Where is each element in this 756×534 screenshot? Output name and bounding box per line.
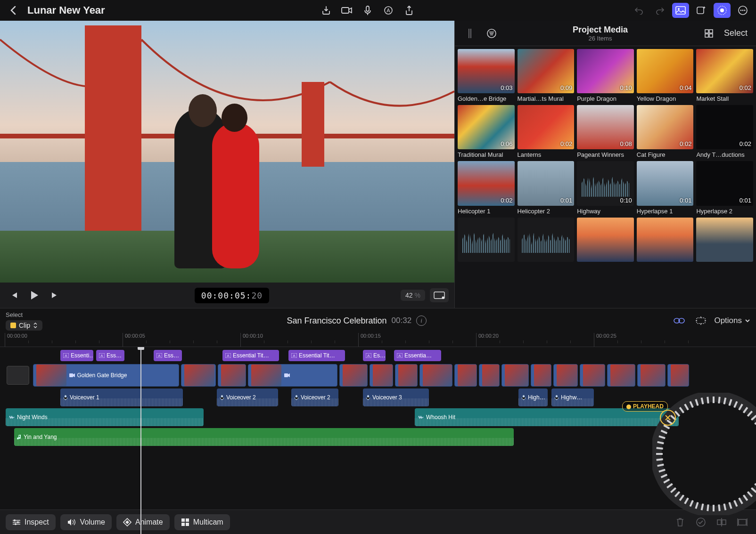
- sidebar-toggle-button[interactable]: [461, 26, 478, 41]
- media-clip[interactable]: 0:02Market Stall: [696, 49, 753, 102]
- media-clip[interactable]: [696, 218, 753, 264]
- animate-button[interactable]: Animate: [116, 514, 170, 530]
- animate-label: Animate: [135, 518, 163, 526]
- timeline-clip[interactable]: Voiceover 2: [291, 388, 338, 406]
- multicam-button[interactable]: Multicam: [174, 514, 230, 530]
- media-clip[interactable]: 0:09Martial…ts Mural: [518, 49, 575, 102]
- timeline-clip[interactable]: [580, 364, 605, 387]
- playhead[interactable]: [140, 347, 141, 534]
- timeline-clip[interactable]: Voiceover 1: [60, 388, 183, 406]
- timeline-clip[interactable]: Yin and Yang: [14, 428, 514, 446]
- timeline-clip[interactable]: Voiceover 2: [217, 388, 278, 406]
- timeline-clip[interactable]: AEssential Tit…: [222, 350, 279, 361]
- timeline-clip[interactable]: Voiceover 3: [363, 388, 429, 406]
- filter-button[interactable]: [483, 26, 500, 41]
- marker-button[interactable]: A: [380, 3, 397, 18]
- timeline-options-button[interactable]: Options: [714, 316, 750, 325]
- split-button[interactable]: [714, 514, 730, 530]
- voiceover-button[interactable]: [359, 3, 376, 18]
- timeline-clip[interactable]: [370, 364, 393, 387]
- timeline-clip[interactable]: AEss…: [96, 350, 124, 361]
- jog-close-button[interactable]: [660, 410, 676, 426]
- timeline-clip[interactable]: [607, 364, 635, 387]
- camera-button[interactable]: [338, 3, 355, 18]
- next-frame-button[interactable]: [47, 287, 63, 303]
- media-clip[interactable]: 0:08Pageant Winners: [577, 105, 634, 158]
- inspect-button[interactable]: Inspect: [6, 514, 56, 530]
- volume-button[interactable]: Volume: [60, 514, 112, 530]
- browser-photos-button[interactable]: [672, 3, 689, 18]
- media-clip[interactable]: 0:04Yellow Dragon: [637, 49, 694, 102]
- undo-button[interactable]: [631, 3, 648, 18]
- timeline-clip[interactable]: AEss…: [154, 350, 182, 361]
- media-clip[interactable]: 0:10Purple Dragon: [577, 49, 634, 102]
- play-button[interactable]: [26, 287, 42, 303]
- info-button[interactable]: i: [416, 316, 427, 326]
- redo-button[interactable]: [651, 3, 668, 18]
- timeline-clip[interactable]: [248, 364, 337, 387]
- media-clip[interactable]: [577, 218, 634, 264]
- timeline-clip[interactable]: [181, 364, 216, 387]
- timeline-clip[interactable]: [479, 364, 500, 387]
- media-clip[interactable]: 0:06Traditional Mural: [458, 105, 515, 158]
- timeline-clip[interactable]: AEssenti…: [60, 350, 93, 361]
- timeline-clip[interactable]: Highw…: [551, 388, 594, 406]
- timeline-clip[interactable]: [339, 364, 368, 387]
- media-clip[interactable]: [518, 218, 575, 264]
- media-clip[interactable]: 0:01Hyperlapse 2: [696, 161, 753, 214]
- browser-grid-scroll[interactable]: 0:03Golden…e Bridge0:09Martial…ts Mural0…: [455, 46, 756, 308]
- trim-button[interactable]: [734, 514, 750, 530]
- back-button[interactable]: [5, 3, 22, 18]
- browser-select-button[interactable]: Select: [722, 28, 749, 38]
- viewer-panel: 00:00:05:20 42 %: [0, 21, 454, 308]
- timeline-clip[interactable]: Golden Gate Bridge: [33, 364, 179, 387]
- position-tool-button[interactable]: [692, 313, 709, 328]
- approve-button[interactable]: [693, 514, 709, 530]
- share-button[interactable]: [401, 3, 418, 18]
- media-clip[interactable]: 0:01Helicopter 2: [518, 161, 575, 214]
- import-button[interactable]: [318, 3, 335, 18]
- timeline-clip[interactable]: AEssential Tit…: [288, 350, 345, 361]
- timeline-clip-selector[interactable]: Clip: [6, 320, 42, 331]
- display-options-button[interactable]: [430, 288, 449, 302]
- timeline-clip[interactable]: [531, 364, 551, 387]
- zoom-control[interactable]: 42 %: [401, 290, 425, 301]
- viewer-transport: 00:00:05:20 42 %: [0, 283, 454, 308]
- media-clip[interactable]: 0:02Andy T…ductions: [696, 105, 753, 158]
- link-tool-button[interactable]: [671, 313, 688, 328]
- timeline-clip[interactable]: High…: [518, 388, 548, 406]
- timeline-clip[interactable]: [667, 364, 689, 387]
- media-clip[interactable]: 0:02Cat Figure: [637, 105, 694, 158]
- media-clip[interactable]: [458, 218, 515, 264]
- timeline-clip[interactable]: [419, 364, 452, 387]
- timeline-tracks[interactable]: AEssenti…AEss…AEss…AEssential Tit…AEssen…: [0, 347, 756, 534]
- delete-button[interactable]: [672, 514, 688, 530]
- media-clip[interactable]: [637, 218, 694, 264]
- timeline-clip[interactable]: Pur…: [218, 364, 246, 387]
- timeline-clip[interactable]: Night Winds: [6, 408, 204, 426]
- media-clip[interactable]: 0:10Highway: [577, 161, 634, 214]
- timeline-clip[interactable]: [501, 364, 529, 387]
- prev-frame-button[interactable]: [6, 287, 22, 303]
- media-clip[interactable]: 0:03Golden…e Bridge: [458, 49, 515, 102]
- svg-line-107: [707, 397, 708, 404]
- more-button[interactable]: [734, 3, 751, 18]
- clip-label: Traditional Mural: [458, 151, 515, 158]
- timeline-clip[interactable]: [395, 364, 418, 387]
- media-clip[interactable]: 0:02Helicopter 1: [458, 161, 515, 214]
- browser-subtitle: 26 Items: [505, 35, 696, 42]
- media-clip[interactable]: 0:02Lanterns: [518, 105, 575, 158]
- timeline-clip[interactable]: AEssentia…: [394, 350, 441, 361]
- browser-effects-button[interactable]: [693, 3, 710, 18]
- timeline-clip[interactable]: AEs…: [363, 350, 386, 361]
- timeline-ruler[interactable]: 00:00:0000:00:0500:00:1000:00:1500:00:20…: [0, 333, 756, 347]
- timeline-clip[interactable]: [454, 364, 477, 387]
- timeline-clip[interactable]: [553, 364, 578, 387]
- timecode-display[interactable]: 00:00:05:20: [195, 288, 269, 303]
- viewer-canvas[interactable]: [0, 21, 454, 283]
- timeline-clip[interactable]: [637, 364, 666, 387]
- view-mode-button[interactable]: [700, 26, 717, 41]
- media-clip[interactable]: 0:01Hyperlapse 1: [637, 161, 694, 214]
- browser-soundtracks-button[interactable]: [714, 3, 731, 18]
- timeline-clip-label: Yin and Yang: [24, 434, 57, 440]
